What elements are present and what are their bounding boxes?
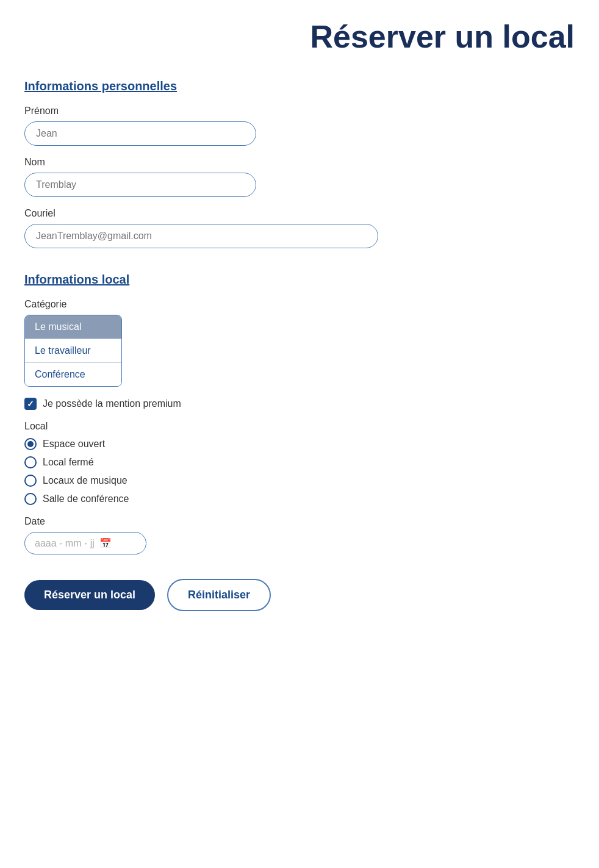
radio-local-ferme-label: Local fermé [43,457,94,468]
radio-locaux-musique-indicator [24,475,37,487]
buttons-row: Réserver un local Réinitialiser [24,579,575,611]
submit-button[interactable]: Réserver un local [24,580,155,610]
premium-checkbox[interactable] [24,398,37,410]
couriel-input[interactable] [24,224,378,248]
categorie-option-travailleur[interactable]: Le travailleur [25,339,121,363]
date-label: Date [24,516,575,527]
radio-espace-ouvert-indicator [24,438,37,450]
reset-button[interactable]: Réinitialiser [167,579,271,611]
categorie-option-musical[interactable]: Le musical [25,315,121,339]
categorie-label: Catégorie [24,299,575,310]
prenom-input[interactable] [24,121,256,146]
radio-espace-ouvert-dot [27,441,34,447]
section-heading-personal: Informations personnelles [24,79,575,93]
radio-locaux-musique[interactable]: Locaux de musique [24,475,575,487]
date-placeholder: aaaa - mm - jj [35,538,95,549]
couriel-label: Couriel [24,208,575,219]
local-type-radio-group: Espace ouvert Local fermé Locaux de musi… [24,438,575,505]
premium-checkbox-row[interactable]: Je possède la mention premium [24,398,575,410]
section-heading-local: Informations local [24,273,575,287]
nom-input[interactable] [24,173,256,197]
calendar-icon: 📅 [99,537,112,549]
radio-locaux-musique-label: Locaux de musique [43,475,127,486]
radio-espace-ouvert[interactable]: Espace ouvert [24,438,575,450]
premium-label: Je possède la mention premium [43,398,181,409]
page-title: Réserver un local [24,18,575,55]
date-input[interactable]: aaaa - mm - jj 📅 [24,532,146,554]
radio-salle-conference[interactable]: Salle de conférence [24,493,575,505]
radio-espace-ouvert-label: Espace ouvert [43,439,105,450]
nom-label: Nom [24,157,575,168]
prenom-label: Prénom [24,106,575,117]
radio-salle-conference-label: Salle de conférence [43,493,129,504]
radio-local-ferme[interactable]: Local fermé [24,456,575,468]
local-type-label: Local [24,421,575,432]
radio-salle-conference-indicator [24,493,37,505]
categorie-option-conference[interactable]: Conférence [25,363,121,386]
radio-local-ferme-indicator [24,456,37,468]
categorie-listbox[interactable]: Le musical Le travailleur Conférence [24,315,122,387]
